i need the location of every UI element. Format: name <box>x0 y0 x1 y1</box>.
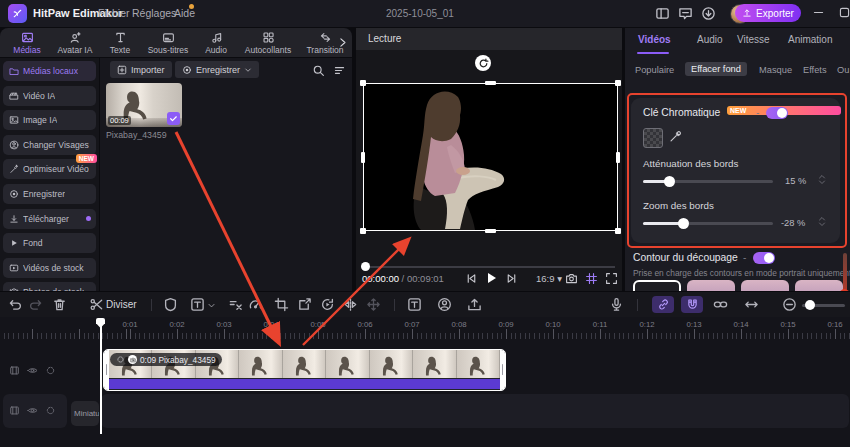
sort-icon[interactable] <box>333 64 346 77</box>
inspector-scrollbar[interactable] <box>843 253 847 291</box>
crop-icon[interactable] <box>274 297 289 312</box>
tab-audio[interactable]: Audio <box>196 29 236 57</box>
ribbon-more-chevron-icon[interactable] <box>336 36 349 49</box>
track1-loop-icon[interactable] <box>45 365 56 376</box>
inspector-tab-audio[interactable]: Audio <box>697 34 723 45</box>
clip-trim-handle-left[interactable] <box>104 350 109 390</box>
contour-preset-2[interactable] <box>741 280 789 291</box>
redo-icon[interactable] <box>28 297 43 312</box>
timeline-ruler[interactable]: 0:01 0:02 0:03 0:04 0:05 0:06 0:07 0:08 … <box>0 317 850 343</box>
subtab-effacer-fond[interactable]: Effacer fond <box>685 62 747 76</box>
track2-loop-icon[interactable] <box>45 405 56 416</box>
preview-scrubber-handle[interactable] <box>361 262 370 271</box>
export-button[interactable]: Exporter <box>735 4 801 22</box>
clip-trim-handle-right[interactable] <box>500 350 505 390</box>
feather-slider[interactable] <box>643 180 773 183</box>
subtab-populaire[interactable]: Populaire <box>635 65 674 75</box>
subtab-more[interactable]: Ou <box>837 65 849 75</box>
tab-medias[interactable]: Médias <box>4 29 50 57</box>
sidebar-item-medias-locaux[interactable]: Médias locaux <box>3 61 96 81</box>
inspector-tab-videos[interactable]: Vidéos <box>638 34 671 45</box>
flip-icon[interactable] <box>343 297 358 312</box>
record-dropdown-button[interactable]: Enregistrer <box>175 61 259 78</box>
sidebar-item-video-ia[interactable]: Vidéo IA <box>3 86 96 106</box>
fullscreen-icon[interactable] <box>605 272 618 285</box>
restore-icon[interactable] <box>838 6 850 19</box>
selection-box[interactable] <box>363 83 618 231</box>
rotate-handle[interactable] <box>475 55 491 71</box>
split-label[interactable]: Diviser <box>106 299 137 310</box>
sidebar-item-enregistrer[interactable]: Enregistrer <box>3 184 96 204</box>
media-item-thumbnail[interactable]: 00:09 <box>106 83 182 127</box>
sidebar-item-fond[interactable]: Fond <box>3 233 96 253</box>
timeline-clip[interactable]: 0:09 Pixabay_43459 <box>103 349 506 391</box>
sidebar-item-telecharger[interactable]: Télécharger <box>3 209 96 229</box>
menu-reglages[interactable]: Réglages <box>132 7 176 19</box>
playhead-line[interactable] <box>100 318 102 434</box>
layout-icon[interactable] <box>655 6 670 21</box>
selection-handle-ne[interactable] <box>615 80 621 86</box>
track2-lock-icon[interactable] <box>9 405 20 416</box>
shield-icon[interactable] <box>163 297 178 312</box>
search-icon[interactable] <box>312 64 325 77</box>
chain-link-icon[interactable] <box>713 297 728 312</box>
tab-avatar-ia[interactable]: Avatar IA <box>50 29 100 57</box>
next-frame-icon[interactable] <box>505 272 518 285</box>
track1-lock-icon[interactable] <box>9 365 20 376</box>
link-clips-button[interactable] <box>652 296 674 313</box>
edge-zoom-slider-knob[interactable] <box>678 218 689 229</box>
subtab-masque[interactable]: Masque <box>759 65 792 75</box>
inspector-tab-vitesse[interactable]: Vitesse <box>737 34 770 45</box>
undo-icon[interactable] <box>8 297 23 312</box>
preview-canvas[interactable] <box>363 83 618 231</box>
miniature-button[interactable]: Miniature <box>71 401 99 426</box>
feather-slider-knob[interactable] <box>664 176 675 187</box>
contour-preset-none[interactable] <box>633 280 681 291</box>
selection-handle-s[interactable] <box>485 229 496 233</box>
feedback-icon[interactable] <box>678 6 693 21</box>
minimize-icon[interactable] <box>812 6 825 19</box>
microphone-icon[interactable] <box>609 297 624 312</box>
motion-icon[interactable] <box>366 297 381 312</box>
text-template-icon[interactable] <box>407 297 422 312</box>
contour-toggle[interactable] <box>753 252 775 264</box>
edge-zoom-stepper[interactable] <box>818 216 826 227</box>
selection-handle-nw[interactable] <box>360 80 366 86</box>
upload-clip-icon[interactable] <box>467 297 482 312</box>
tab-sous-titres[interactable]: Sous-titres <box>140 29 196 57</box>
timeline-zoom-knob[interactable] <box>805 300 815 310</box>
track2-lane[interactable] <box>101 394 849 428</box>
feather-stepper[interactable] <box>818 174 826 185</box>
previous-frame-icon[interactable] <box>465 272 478 285</box>
track1-visibility-icon[interactable] <box>27 365 38 376</box>
tab-autocollants[interactable]: Autocollants <box>236 29 300 57</box>
track2-visibility-icon[interactable] <box>27 405 38 416</box>
contour-preset-3[interactable] <box>795 280 843 291</box>
chevron-down-icon[interactable] <box>207 301 216 310</box>
sidebar-item-changer-visages[interactable]: Changer Visages <box>3 135 96 155</box>
text-box-icon[interactable] <box>190 297 205 312</box>
subtab-effets[interactable]: Effets <box>803 65 827 75</box>
sidebar-item-optimiseur-video[interactable]: Optimiseur Vidéo NEW <box>3 159 96 179</box>
selection-handle-e[interactable] <box>616 152 620 163</box>
edge-zoom-slider[interactable] <box>643 222 773 225</box>
remove-subtitles-icon[interactable] <box>228 297 243 312</box>
sidebar-item-image-ia[interactable]: Image IA <box>3 110 96 130</box>
zoom-out-icon[interactable] <box>782 297 797 312</box>
selection-handle-sw[interactable] <box>360 228 366 234</box>
chroma-key-toggle[interactable] <box>766 107 788 119</box>
import-button[interactable]: Importer <box>110 61 172 78</box>
sidebar-item-photos-de-stock[interactable]: Photos de stock <box>3 282 96 291</box>
inspector-tab-animation[interactable]: Animation <box>788 34 832 45</box>
magnet-snap-button[interactable] <box>681 296 703 313</box>
split-icon[interactable] <box>89 297 104 312</box>
chroma-color-swatch[interactable] <box>643 128 663 148</box>
expand-horizontal-icon[interactable] <box>744 297 759 312</box>
selection-handle-se[interactable] <box>615 228 621 234</box>
snapshot-icon[interactable] <box>565 272 578 285</box>
sidebar-item-videos-de-stock[interactable]: Vidéos de stock <box>3 258 96 278</box>
selection-handle-w[interactable] <box>361 152 365 163</box>
preview-scrubber-track[interactable] <box>363 266 615 268</box>
selection-handle-n[interactable] <box>485 81 496 85</box>
reverse-play-icon[interactable] <box>320 297 335 312</box>
